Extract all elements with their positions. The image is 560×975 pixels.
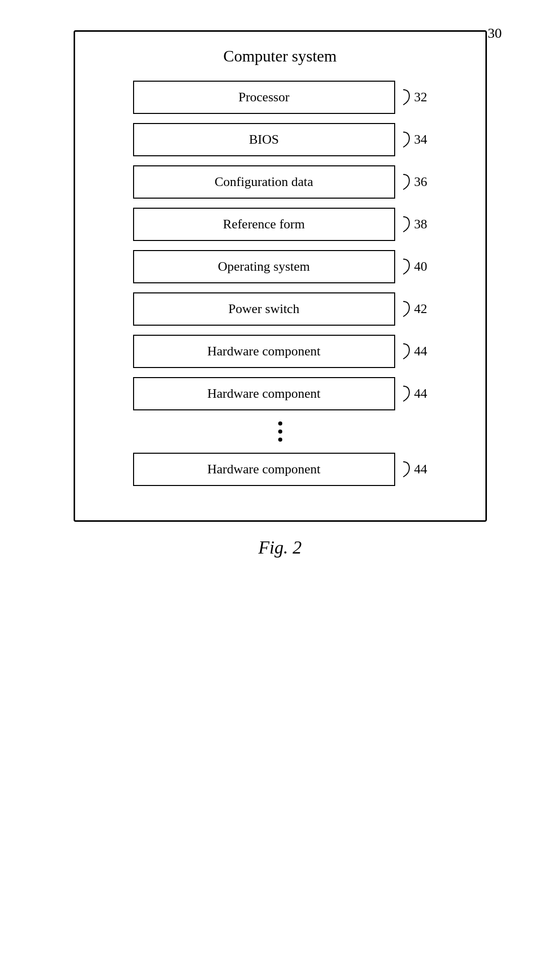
component-box-3: Reference form bbox=[133, 208, 395, 241]
component-row-5: Power switch42 bbox=[133, 292, 427, 326]
outer-box: Computer system Processor32BIOS34Configu… bbox=[74, 30, 487, 522]
component-row-8: Hardware component44 bbox=[133, 453, 427, 486]
ref-label-1: 34 bbox=[398, 130, 427, 150]
ref-label-7: 44 bbox=[398, 384, 427, 404]
component-box-5: Power switch bbox=[133, 292, 395, 326]
component-row-6: Hardware component44 bbox=[133, 335, 427, 368]
ref-number-3: 38 bbox=[414, 217, 427, 232]
ref-number-4: 40 bbox=[414, 259, 427, 274]
ref-label-6: 44 bbox=[398, 341, 427, 361]
ref-number-6: 44 bbox=[414, 344, 427, 359]
ref-label-5: 42 bbox=[398, 299, 427, 319]
ref-number-7: 44 bbox=[414, 386, 427, 401]
ref-number-2: 36 bbox=[414, 174, 427, 190]
ref-number-8: 44 bbox=[414, 462, 427, 477]
ref-label-2: 36 bbox=[398, 172, 427, 192]
ref-number-1: 34 bbox=[414, 132, 427, 147]
diagram-ref-number: 30 bbox=[488, 25, 502, 41]
component-box-7: Hardware component bbox=[133, 377, 395, 410]
component-row-1: BIOS34 bbox=[133, 123, 427, 156]
component-box-0: Processor bbox=[133, 81, 395, 114]
ellipsis-dots bbox=[133, 419, 427, 444]
component-row-4: Operating system40 bbox=[133, 250, 427, 283]
ref-label-4: 40 bbox=[398, 257, 427, 277]
ref-number-0: 32 bbox=[414, 90, 427, 105]
component-box-4: Operating system bbox=[133, 250, 395, 283]
component-box-1: BIOS bbox=[133, 123, 395, 156]
ref-label-0: 32 bbox=[398, 87, 427, 107]
component-box-6: Hardware component bbox=[133, 335, 395, 368]
component-row-7: Hardware component44 bbox=[133, 377, 427, 410]
ref-label-3: 38 bbox=[398, 214, 427, 234]
components-container: Processor32BIOS34Configuration data36Ref… bbox=[133, 81, 427, 495]
component-row-0: Processor32 bbox=[133, 81, 427, 114]
ref-label-8: 44 bbox=[398, 459, 427, 479]
ref-number-5: 42 bbox=[414, 301, 427, 317]
component-box-8: Hardware component bbox=[133, 453, 395, 486]
fig-caption: Fig. 2 bbox=[259, 537, 302, 558]
component-row-3: Reference form38 bbox=[133, 208, 427, 241]
component-row-2: Configuration data36 bbox=[133, 165, 427, 199]
component-box-2: Configuration data bbox=[133, 165, 395, 199]
diagram-wrapper: 30 Computer system Processor32BIOS34Conf… bbox=[74, 30, 487, 522]
diagram-title: Computer system bbox=[223, 47, 337, 66]
